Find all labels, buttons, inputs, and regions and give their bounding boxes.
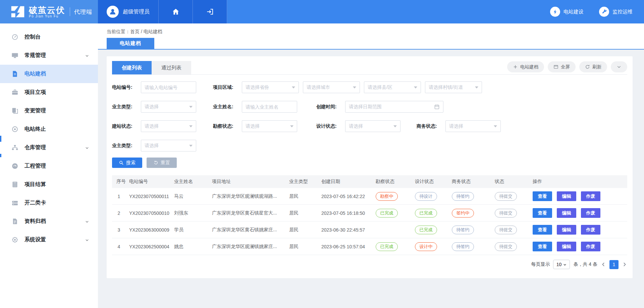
sidebar-item-label: 变更管理	[24, 107, 46, 114]
reset-button[interactable]: 重置	[147, 158, 177, 168]
caret-down-icon	[414, 86, 417, 88]
current-page[interactable]: 1	[609, 260, 619, 269]
business-status-select[interactable]: 请选择	[445, 120, 501, 132]
sidebar-item[interactable]: 资料归档	[0, 212, 98, 231]
owner-type-select[interactable]: 请选择	[141, 101, 196, 113]
sidebar-item[interactable]: 项目立项	[0, 83, 98, 102]
address-cell: 广东深圳龙华区观澜镇观湖路...	[212, 193, 289, 199]
sidebar-scrollbar[interactable]	[0, 136, 1, 142]
header-user-section: 超级管理员	[98, 0, 227, 23]
dashboard-icon	[11, 34, 18, 41]
caret-down-icon	[475, 86, 478, 88]
per-page-select[interactable]: 10	[553, 260, 570, 269]
sidebar-item[interactable]: 开二类卡	[0, 194, 98, 212]
list-tab[interactable]: 创建列表	[112, 61, 152, 74]
void-button[interactable]: 作废	[581, 242, 600, 251]
province-select[interactable]: 请选择省份	[242, 81, 299, 93]
sidebar-item[interactable]: 电站建档	[0, 65, 98, 83]
toolbar-button[interactable]: 全屏	[548, 61, 576, 72]
void-button[interactable]: 作废	[581, 191, 600, 201]
sidebar-scrollbar[interactable]	[0, 154, 1, 157]
calculator-icon	[11, 181, 18, 188]
toolbar-button[interactable]: 电站建档	[507, 61, 544, 72]
briefcase-icon	[11, 89, 18, 96]
station-no-input[interactable]	[141, 81, 196, 93]
owner-name-cell: 刘强东	[174, 210, 212, 216]
field-label: 勘察状态:	[213, 123, 240, 129]
sidebar-item[interactable]: 电站终止	[0, 120, 98, 138]
prev-page-button[interactable]	[601, 262, 606, 267]
home-button[interactable]	[159, 0, 193, 23]
header-nav-item[interactable]: 电站建设	[550, 7, 584, 17]
design-status-select[interactable]: 请选择	[345, 120, 400, 132]
document-icon	[11, 70, 18, 77]
sidebar-item-label: 电站建档	[24, 70, 46, 77]
edit-button[interactable]: 编辑	[557, 225, 576, 235]
created-date-cell: 2023-06-25 10:57:04	[321, 244, 376, 249]
view-button[interactable]: 查看	[533, 208, 552, 218]
owner-name-input[interactable]	[242, 101, 297, 113]
main-panel: 创建列表通过列表 电站建档 全屏 刷新	[107, 56, 633, 278]
panel-toolbar: 电站建档 全屏 刷新	[507, 61, 627, 72]
sidebar-item[interactable]: 系统设置	[0, 231, 98, 249]
search-button[interactable]: 搜索	[112, 158, 142, 168]
edit-button[interactable]: 编辑	[557, 242, 576, 251]
business-status-badge: 待签约	[452, 192, 474, 201]
list-tab[interactable]: 通过列表	[152, 61, 191, 74]
county-select[interactable]: 请选择县/区	[364, 81, 421, 93]
chevron-down-icon	[85, 238, 89, 242]
station-no-cell: YX2023070500011	[129, 194, 174, 199]
logo-title: 破茧云伏	[29, 6, 65, 14]
design-status-badge: 已完成	[415, 226, 437, 234]
monitor-icon	[11, 52, 18, 59]
sidebar-item-label: 常规管理	[24, 52, 46, 59]
view-button[interactable]: 查看	[533, 242, 552, 251]
sidebar-item-label: 项目结算	[24, 181, 46, 188]
sidebar-item[interactable]: 控制台	[0, 28, 98, 46]
caret-down-icon	[189, 106, 193, 108]
breadcrumb: 当前位置：首页 / 电站建档	[107, 29, 162, 35]
table-row: 4 YX2023062500004 姚忠 广东深圳龙华区观澜镇姚家庄... 居民…	[112, 238, 627, 255]
created-date-cell: 2023-07-05 16:42:22	[321, 194, 376, 199]
settings-icon	[11, 236, 18, 243]
breadcrumb-bar: 当前位置：首页 / 电站建档 电站建档	[98, 23, 644, 50]
city-select[interactable]: 请选择城市	[303, 81, 360, 93]
page-tab[interactable]: 电站建档	[107, 38, 154, 49]
sidebar-item[interactable]: 工程管理	[0, 157, 98, 175]
logout-button[interactable]	[193, 0, 227, 23]
design-status-badge: 已完成	[415, 209, 437, 218]
status-badge: 待提交	[495, 192, 517, 201]
user-menu[interactable]: 超级管理员	[98, 0, 159, 23]
status-badge: 待提交	[495, 242, 517, 251]
owner-type-cell: 居民	[289, 193, 321, 199]
toolbar-button[interactable]: 刷新	[579, 61, 607, 72]
toolbar-button[interactable]	[611, 61, 627, 72]
sidebar-item[interactable]: 项目结算	[0, 175, 98, 194]
view-button[interactable]: 查看	[533, 191, 552, 201]
owner-type2-select[interactable]: 请选择	[141, 140, 196, 151]
filter-form: 电站编号: 项目区域: 请选择省份 请选择城市 请选择县/区	[112, 81, 627, 151]
next-page-button[interactable]	[622, 262, 627, 267]
void-button[interactable]: 作废	[581, 208, 600, 218]
sidebar-item[interactable]: 变更管理	[0, 102, 98, 120]
address-cell: 广东深圳龙华区黄石镇星官大...	[212, 210, 289, 216]
edit-button[interactable]: 编辑	[557, 208, 576, 218]
plus-icon	[513, 64, 518, 69]
edit-button[interactable]: 编辑	[557, 191, 576, 201]
caret-down-icon	[189, 145, 193, 147]
sidebar-item-label: 仓库管理	[24, 144, 46, 151]
status-badge: 待提交	[495, 226, 517, 234]
town-select[interactable]: 请选择村镇/街道	[425, 81, 482, 93]
chevron-down-icon	[616, 64, 622, 69]
void-button[interactable]: 作废	[581, 225, 600, 235]
survey-status-select[interactable]: 请选择	[242, 120, 297, 132]
view-button[interactable]: 查看	[533, 225, 552, 235]
sidebar-item[interactable]: 仓库管理	[0, 138, 98, 157]
date-range-input[interactable]: 请选择日期范围	[345, 101, 443, 113]
owner-type-cell: 居民	[289, 244, 321, 250]
build-status-select[interactable]: 请选择	[141, 120, 196, 132]
sidebar-item[interactable]: 常规管理	[0, 46, 98, 65]
header-nav-item[interactable]: 监控运维	[599, 7, 633, 17]
search-icon	[119, 160, 124, 165]
caret-down-icon	[292, 86, 295, 88]
